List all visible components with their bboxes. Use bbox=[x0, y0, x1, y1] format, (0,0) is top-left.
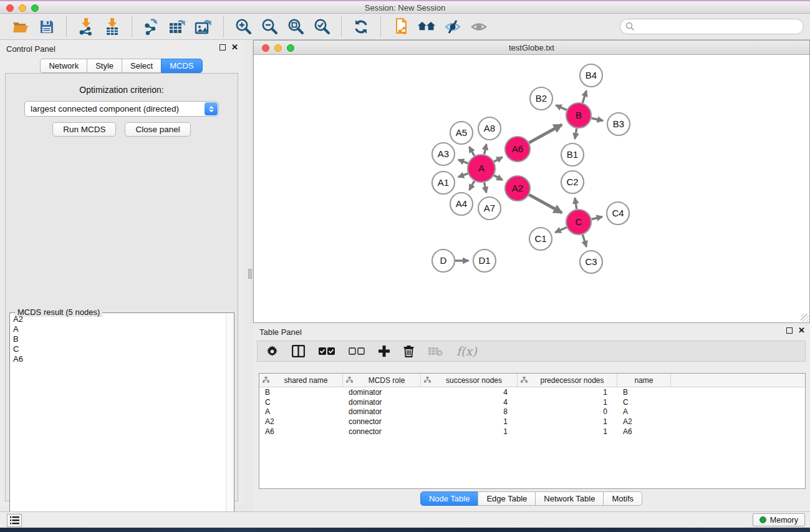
home-icon[interactable] bbox=[417, 17, 436, 36]
table-close-panel-icon[interactable]: ✕ bbox=[798, 327, 805, 334]
graph-node-D[interactable]: D bbox=[432, 249, 455, 272]
delete-column-trash-icon[interactable] bbox=[403, 345, 414, 357]
table-cell[interactable]: B bbox=[259, 388, 343, 397]
open-file-icon[interactable] bbox=[11, 17, 30, 36]
table-cell[interactable]: A bbox=[259, 407, 343, 416]
graph-node-A8[interactable]: A8 bbox=[478, 117, 501, 140]
run-mcds-button[interactable]: Run MCDS bbox=[52, 122, 116, 137]
table-cell[interactable]: A2 bbox=[617, 417, 671, 426]
column-header-MCDS-role[interactable]: MCDS role bbox=[343, 374, 421, 387]
graph-node-A3[interactable]: A3 bbox=[432, 143, 455, 165]
close-panel-button[interactable]: Close panel bbox=[125, 122, 190, 137]
graph-node-A4[interactable]: A4 bbox=[450, 193, 473, 215]
table-cell[interactable]: A6 bbox=[259, 427, 343, 436]
graph-node-D1[interactable]: D1 bbox=[473, 249, 496, 272]
graph-node-A5[interactable]: A5 bbox=[450, 122, 473, 144]
import-table-icon[interactable] bbox=[103, 17, 122, 36]
result-item[interactable]: A bbox=[10, 324, 225, 334]
graph-node-C[interactable]: C bbox=[566, 210, 591, 235]
result-item[interactable]: A2 bbox=[10, 314, 225, 324]
table-cell[interactable]: dominator bbox=[343, 407, 421, 416]
column-header-successor-nodes[interactable]: successor nodes bbox=[421, 374, 518, 387]
zoom-in-icon[interactable] bbox=[234, 17, 253, 36]
column-header-name[interactable]: name bbox=[617, 374, 671, 387]
tab-node-table[interactable]: Node Table bbox=[420, 491, 479, 506]
zoom-fit-icon[interactable] bbox=[286, 17, 305, 36]
graph-node-C4[interactable]: C4 bbox=[607, 202, 629, 225]
tab-style[interactable]: Style bbox=[87, 59, 122, 73]
create-column-icon[interactable] bbox=[378, 346, 390, 357]
tab-edge-table[interactable]: Edge Table bbox=[478, 491, 536, 506]
graph-node-A1[interactable]: A1 bbox=[432, 172, 455, 194]
table-row[interactable]: Cdominator41C bbox=[259, 397, 805, 407]
node-table[interactable]: shared nameMCDS rolesuccessor nodesprede… bbox=[259, 373, 806, 489]
table-cell[interactable]: 1 bbox=[518, 398, 617, 407]
column-header-shared-name[interactable]: shared name bbox=[259, 374, 343, 387]
table-cell[interactable]: 0 bbox=[518, 407, 617, 416]
network-graph[interactable]: B4B2BB3A8A5A6B1A3AC2A1A2A4A7C4CC1DD1C3 bbox=[254, 55, 809, 322]
tab-network[interactable]: Network bbox=[40, 59, 87, 73]
network-vertical-scrollbar[interactable] bbox=[248, 269, 252, 279]
graph-node-B3[interactable]: B3 bbox=[607, 113, 630, 135]
result-item[interactable]: A6 bbox=[10, 354, 225, 364]
table-cell[interactable]: 1 bbox=[518, 388, 617, 397]
table-float-panel-icon[interactable] bbox=[786, 327, 793, 334]
table-cell[interactable]: A2 bbox=[259, 417, 343, 426]
network-window-titlebar[interactable]: testGlobe.txt bbox=[254, 41, 809, 55]
table-row[interactable]: A6connector11A6 bbox=[259, 427, 805, 437]
table-cell[interactable]: 1 bbox=[518, 427, 617, 436]
tab-motifs[interactable]: Motifs bbox=[603, 491, 642, 506]
table-cell[interactable]: B bbox=[617, 388, 671, 397]
zoom-out-icon[interactable] bbox=[260, 17, 279, 36]
graph-node-A2[interactable]: A2 bbox=[505, 176, 530, 201]
tab-mcds[interactable]: MCDS bbox=[161, 59, 202, 73]
table-cell[interactable]: C bbox=[617, 398, 671, 407]
result-item[interactable]: C bbox=[10, 344, 225, 354]
network-canvas[interactable]: B4B2BB3A8A5A6B1A3AC2A1A2A4A7C4CC1DD1C3 bbox=[254, 55, 809, 322]
criterion-select[interactable]: largest connected component (directed) bbox=[24, 101, 219, 117]
graph-node-C2[interactable]: C2 bbox=[561, 171, 584, 193]
table-cell[interactable]: 4 bbox=[421, 398, 518, 407]
graph-node-C3[interactable]: C3 bbox=[580, 251, 602, 273]
delete-table-icon[interactable] bbox=[428, 346, 443, 356]
task-history-button[interactable] bbox=[7, 514, 22, 527]
table-row[interactable]: Bdominator41B bbox=[259, 387, 805, 397]
save-session-icon[interactable] bbox=[37, 17, 56, 36]
search-input[interactable] bbox=[635, 22, 791, 31]
mcds-result-list[interactable]: A2ABCA6 bbox=[10, 314, 225, 526]
table-cell[interactable]: dominator bbox=[343, 398, 421, 407]
table-cell[interactable]: dominator bbox=[343, 388, 421, 397]
result-scrollbar[interactable] bbox=[226, 314, 234, 526]
table-cell[interactable]: 4 bbox=[421, 388, 518, 397]
select-all-rows-icon[interactable] bbox=[319, 347, 335, 355]
table-cell[interactable]: A bbox=[617, 407, 671, 416]
column-header-predecessor-nodes[interactable]: predecessor nodes bbox=[518, 374, 617, 387]
table-cell[interactable]: C bbox=[259, 398, 343, 407]
column-visibility-icon[interactable] bbox=[292, 345, 305, 357]
export-network-icon[interactable] bbox=[142, 17, 161, 36]
float-panel-icon[interactable] bbox=[219, 44, 226, 51]
table-cell[interactable]: connector bbox=[343, 427, 421, 436]
result-item[interactable]: B bbox=[10, 334, 225, 344]
graphics-details-icon[interactable] bbox=[443, 17, 462, 36]
close-panel-icon[interactable]: ✕ bbox=[231, 44, 238, 51]
graph-node-C1[interactable]: C1 bbox=[529, 228, 552, 250]
refresh-layout-icon[interactable] bbox=[352, 17, 370, 36]
table-cell[interactable]: 1 bbox=[518, 417, 617, 426]
table-cell[interactable]: 8 bbox=[421, 407, 518, 416]
zoom-selected-icon[interactable] bbox=[312, 17, 331, 36]
export-image-icon[interactable] bbox=[195, 17, 213, 36]
graph-node-A7[interactable]: A7 bbox=[478, 197, 501, 220]
graph-node-A6[interactable]: A6 bbox=[505, 137, 530, 162]
table-cell[interactable]: 1 bbox=[421, 417, 518, 426]
memory-button[interactable]: Memory bbox=[753, 513, 805, 526]
search-box[interactable] bbox=[620, 19, 804, 34]
function-builder-icon[interactable]: f(x) bbox=[456, 344, 477, 358]
tab-select[interactable]: Select bbox=[122, 59, 162, 73]
export-table-icon[interactable] bbox=[168, 17, 187, 36]
table-settings-gear-icon[interactable] bbox=[266, 346, 278, 357]
tab-network-table[interactable]: Network Table bbox=[535, 491, 604, 506]
table-row[interactable]: Adominator80A bbox=[259, 407, 805, 417]
graph-node-B4[interactable]: B4 bbox=[580, 64, 602, 87]
deselect-all-rows-icon[interactable] bbox=[349, 347, 365, 355]
